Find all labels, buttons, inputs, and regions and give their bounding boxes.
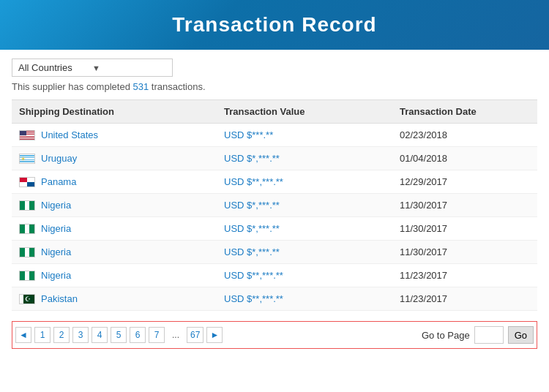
table-row: NigeriaUSD $*,***.**11/30/2017 xyxy=(12,194,537,217)
go-to-input[interactable] xyxy=(474,326,504,344)
page-title: Transaction Record xyxy=(0,13,549,37)
table-row: UruguayUSD $*,***.**01/04/2018 xyxy=(12,147,537,170)
page-btn-67[interactable]: 67 xyxy=(187,327,203,343)
transaction-summary: This supplier has completed 531 transact… xyxy=(12,81,537,92)
page-btn-7[interactable]: 7 xyxy=(149,327,165,343)
table-row: NigeriaUSD $*,***.**11/30/2017 xyxy=(12,217,537,241)
country-filter-value: All Countries xyxy=(18,62,92,73)
country-name-link[interactable]: Nigeria xyxy=(41,270,71,281)
transaction-date-cell: 01/04/2018 xyxy=(400,153,530,164)
page-nav-left: ◄ 1234567...67 ► xyxy=(15,327,223,343)
transaction-value-cell: USD $*,***.** xyxy=(224,200,400,211)
transaction-date-cell: 11/23/2017 xyxy=(400,293,530,304)
transaction-value-cell: USD $**,***.** xyxy=(224,270,400,281)
table-row: PakistanUSD $**,***.**11/23/2017 xyxy=(12,287,537,311)
transaction-value-cell: USD $**,***.** xyxy=(224,176,400,187)
transaction-value-cell: USD $*,***.** xyxy=(224,246,400,257)
page-ellipsis: ... xyxy=(168,327,184,343)
destination-cell: Nigeria xyxy=(19,223,224,234)
page-btn-5[interactable]: 5 xyxy=(111,327,127,343)
page-btn-6[interactable]: 6 xyxy=(130,327,146,343)
destination-cell: Pakistan xyxy=(19,293,224,304)
pagination-bar: ◄ 1234567...67 ► Go to Page Go xyxy=(12,321,537,349)
destination-cell: Nigeria xyxy=(19,270,224,281)
page-header: Transaction Record xyxy=(0,0,549,50)
page-btn-1[interactable]: 1 xyxy=(34,327,51,343)
flag-icon-ng xyxy=(19,271,35,281)
country-name-link[interactable]: Pakistan xyxy=(41,293,78,304)
destination-cell: Uruguay xyxy=(19,153,224,164)
transaction-count-link[interactable]: 531 xyxy=(132,81,149,92)
table-row: NigeriaUSD $*,***.**11/30/2017 xyxy=(12,241,537,264)
flag-icon-us xyxy=(19,130,35,140)
destination-cell: United States xyxy=(19,129,224,140)
country-name-link[interactable]: Nigeria xyxy=(41,200,71,211)
flag-icon-ng xyxy=(19,224,35,234)
page-btn-2[interactable]: 2 xyxy=(53,327,70,343)
destination-cell: Panama xyxy=(19,176,224,187)
country-filter-select[interactable]: All Countries ▼ xyxy=(12,59,173,77)
filter-row: All Countries ▼ xyxy=(12,59,537,77)
transaction-date-cell: 11/30/2017 xyxy=(400,223,530,234)
dropdown-arrow-icon: ▼ xyxy=(92,64,166,72)
main-content: All Countries ▼ This supplier has comple… xyxy=(0,50,549,358)
country-name-link[interactable]: United States xyxy=(41,129,98,140)
flag-icon-pk xyxy=(19,294,35,304)
col-transaction-date: Transaction Date xyxy=(400,106,530,117)
page-btn-4[interactable]: 4 xyxy=(92,327,108,343)
page-buttons: 1234567...67 xyxy=(34,327,203,343)
transaction-value-cell: USD $*,***.** xyxy=(224,153,400,164)
country-name-link[interactable]: Uruguay xyxy=(41,153,77,164)
table-row: NigeriaUSD $**,***.**11/23/2017 xyxy=(12,264,537,287)
country-name-link[interactable]: Panama xyxy=(41,176,76,187)
transaction-date-cell: 12/29/2017 xyxy=(400,176,530,187)
transaction-date-cell: 02/23/2018 xyxy=(400,129,530,140)
table-row: PanamaUSD $**,***.**12/29/2017 xyxy=(12,170,537,194)
col-shipping-destination: Shipping Destination xyxy=(19,106,224,117)
prev-page-button[interactable]: ◄ xyxy=(15,327,31,343)
summary-prefix: This supplier has completed xyxy=(12,81,132,92)
table-body: United StatesUSD $***.**02/23/2018Urugua… xyxy=(12,124,537,311)
transaction-value-cell: USD $***.** xyxy=(224,129,400,140)
transaction-date-cell: 11/30/2017 xyxy=(400,246,530,257)
destination-cell: Nigeria xyxy=(19,200,224,211)
table-row: United StatesUSD $***.**02/23/2018 xyxy=(12,124,537,147)
flag-icon-ng xyxy=(19,200,35,211)
table-header-row: Shipping Destination Transaction Value T… xyxy=(12,99,537,124)
go-to-label: Go to Page xyxy=(422,330,470,341)
flag-icon-uy xyxy=(19,154,35,164)
page-nav-right: Go to Page Go xyxy=(422,326,534,344)
country-name-link[interactable]: Nigeria xyxy=(41,246,71,257)
flag-icon-pa xyxy=(19,177,35,187)
flag-icon-ng xyxy=(19,247,35,257)
next-page-button[interactable]: ► xyxy=(206,327,223,343)
transaction-date-cell: 11/23/2017 xyxy=(400,270,530,281)
transaction-value-cell: USD $**,***.** xyxy=(224,293,400,304)
destination-cell: Nigeria xyxy=(19,246,224,257)
transactions-table: Shipping Destination Transaction Value T… xyxy=(12,99,537,311)
summary-suffix: transactions. xyxy=(149,81,205,92)
col-transaction-value: Transaction Value xyxy=(224,106,400,117)
transaction-date-cell: 11/30/2017 xyxy=(400,200,530,211)
page-btn-3[interactable]: 3 xyxy=(72,327,89,343)
country-name-link[interactable]: Nigeria xyxy=(41,223,71,234)
go-button[interactable]: Go xyxy=(508,326,534,344)
transaction-value-cell: USD $*,***.** xyxy=(224,223,400,234)
